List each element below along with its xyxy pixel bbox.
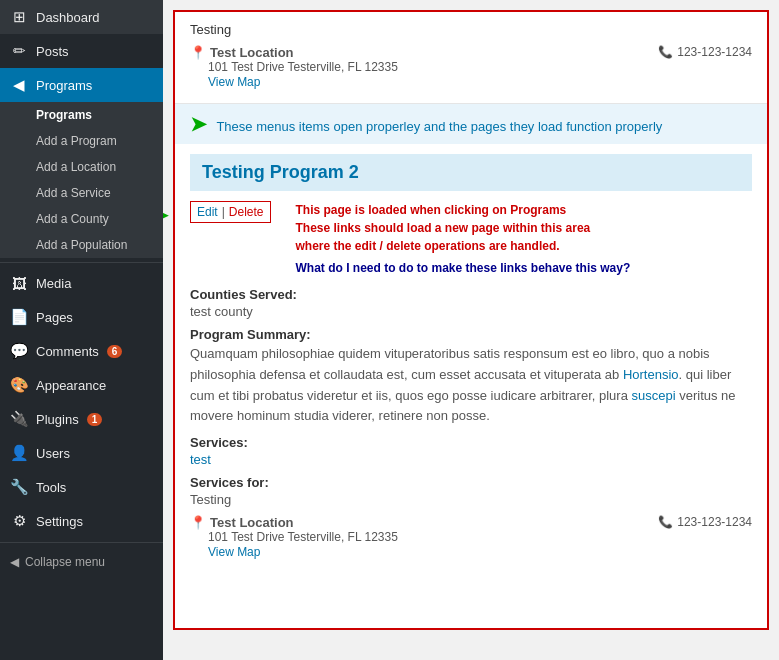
green-arrow-2-icon: ➤ <box>163 203 168 229</box>
sidebar-label-settings: Settings <box>36 514 83 529</box>
summary-text: Quamquam philosophiae quidem vituperator… <box>190 344 752 427</box>
annotation-question: What do I need to do to make these links… <box>296 259 631 277</box>
annotation-block: This page is loaded when clicking on Pro… <box>296 201 631 277</box>
annotation-line3: where the edit / delete operations are h… <box>296 237 631 255</box>
edit-link[interactable]: Edit <box>197 205 218 219</box>
delete-link[interactable]: Delete <box>229 205 264 219</box>
edit-delete-annotation-row: ➤ Edit | Delete This page is loaded when… <box>190 201 752 277</box>
posts-icon: ✏ <box>10 42 28 60</box>
program2-location-info: 📍 Test Location 101 Test Drive Testervil… <box>190 515 398 559</box>
hortensio-link[interactable]: Hortensio <box>623 367 679 382</box>
programs-submenu: Programs Add a Program Add a Location Ad… <box>0 102 163 258</box>
plugins-badge: 1 <box>87 413 103 426</box>
edit-delete-wrapper: ➤ Edit | Delete <box>190 201 281 223</box>
suscepi-link[interactable]: suscepi <box>632 388 676 403</box>
location-pin-icon-2: 📍 <box>190 515 206 530</box>
sub-label-add-location: Add a Location <box>36 160 116 174</box>
info-message: ➤ These menus items open properley and t… <box>175 104 767 144</box>
services-for-value: Testing <box>190 492 752 507</box>
sidebar-sub-add-service[interactable]: Add a Service <box>0 180 163 206</box>
program1-location-info: 📍 Test Location 101 Test Drive Testervil… <box>190 45 398 89</box>
program2-address: 101 Test Drive Testerville, FL 12335 <box>208 530 398 544</box>
sidebar-label-pages: Pages <box>36 310 73 325</box>
divider-2 <box>0 542 163 543</box>
sidebar-label-posts: Posts <box>36 44 69 59</box>
divider-1 <box>0 262 163 263</box>
program1-view-map[interactable]: View Map <box>208 75 260 89</box>
sidebar-sub-add-county[interactable]: Add a County <box>0 206 163 232</box>
edit-delete-box: Edit | Delete <box>190 201 271 223</box>
program1-name: Testing <box>190 22 752 37</box>
sidebar-item-appearance[interactable]: 🎨 Appearance <box>0 368 163 402</box>
sidebar-item-settings[interactable]: ⚙ Settings <box>0 504 163 538</box>
program2-view-map[interactable]: View Map <box>208 545 260 559</box>
program1-location-name: 📍 Test Location <box>190 45 398 60</box>
sidebar-item-plugins[interactable]: 🔌 Plugins 1 <box>0 402 163 436</box>
sidebar-label-appearance: Appearance <box>36 378 106 393</box>
program1-location-row: 📍 Test Location 101 Test Drive Testervil… <box>190 45 752 89</box>
sub-label-add-service: Add a Service <box>36 186 111 200</box>
sidebar-sub-add-location[interactable]: Add a Location <box>0 154 163 180</box>
location-pin-icon: 📍 <box>190 45 206 60</box>
media-icon: 🖼 <box>10 275 28 292</box>
program2-block: Testing Program 2 ➤ Edit | Delete This p… <box>175 144 767 573</box>
green-arrow-1-icon: ➤ <box>190 113 207 135</box>
sub-label-programs: Programs <box>36 108 92 122</box>
sub-label-add-county: Add a County <box>36 212 109 226</box>
annotation-line2: These links should load a new page withi… <box>296 219 631 237</box>
comments-badge: 6 <box>107 345 123 358</box>
main-content: Testing 📍 Test Location 101 Test Drive T… <box>163 0 779 660</box>
phone-icon-1: 📞 <box>658 45 673 59</box>
counties-label: Counties Served: <box>190 287 752 302</box>
counties-value: test county <box>190 304 752 319</box>
sidebar-label-dashboard: Dashboard <box>36 10 100 25</box>
comments-icon: 💬 <box>10 342 28 360</box>
sidebar-item-comments[interactable]: 💬 Comments 6 <box>0 334 163 368</box>
collapse-arrow-icon: ◀ <box>10 555 19 569</box>
sidebar-item-tools[interactable]: 🔧 Tools <box>0 470 163 504</box>
sidebar-label-comments: Comments <box>36 344 99 359</box>
collapse-menu-button[interactable]: ◀ Collapse menu <box>0 547 163 577</box>
summary-section: Program Summary: Quamquam philosophiae q… <box>190 327 752 427</box>
sidebar-label-programs: Programs <box>36 78 92 93</box>
sidebar: ⊞ Dashboard ✏ Posts ◀ Programs Programs … <box>0 0 163 660</box>
sub-label-add-program: Add a Program <box>36 134 117 148</box>
info-message-text: These menus items open properley and the… <box>216 119 662 134</box>
program2-location-row: 📍 Test Location 101 Test Drive Testervil… <box>190 515 752 559</box>
sidebar-sub-add-program[interactable]: Add a Program <box>0 128 163 154</box>
sidebar-sub-add-population[interactable]: Add a Population <box>0 232 163 258</box>
program2-title: Testing Program 2 <box>202 162 359 182</box>
phone-icon-2: 📞 <box>658 515 673 529</box>
program1-phone: 📞 123-123-1234 <box>658 45 752 59</box>
sidebar-label-plugins: Plugins <box>36 412 79 427</box>
sub-label-add-population: Add a Population <box>36 238 127 252</box>
services-for-section: Services for: Testing <box>190 475 752 507</box>
sidebar-item-programs[interactable]: ◀ Programs <box>0 68 163 102</box>
users-icon: 👤 <box>10 444 28 462</box>
sidebar-item-posts[interactable]: ✏ Posts <box>0 34 163 68</box>
pages-icon: 📄 <box>10 308 28 326</box>
pipe-separator: | <box>222 205 225 219</box>
appearance-icon: 🎨 <box>10 376 28 394</box>
sidebar-label-users: Users <box>36 446 70 461</box>
program2-location-name: 📍 Test Location <box>190 515 398 530</box>
services-value: test <box>190 452 752 467</box>
services-section: Services: test <box>190 435 752 467</box>
services-label: Services: <box>190 435 752 450</box>
sidebar-item-pages[interactable]: 📄 Pages <box>0 300 163 334</box>
sidebar-item-media[interactable]: 🖼 Media <box>0 267 163 300</box>
annotation-line1: This page is loaded when clicking on Pro… <box>296 201 631 219</box>
sidebar-item-users[interactable]: 👤 Users <box>0 436 163 470</box>
sidebar-label-tools: Tools <box>36 480 66 495</box>
summary-label: Program Summary: <box>190 327 752 342</box>
programs-icon: ◀ <box>10 76 28 94</box>
plugins-icon: 🔌 <box>10 410 28 428</box>
sidebar-sub-programs[interactable]: Programs <box>0 102 163 128</box>
program1-block: Testing 📍 Test Location 101 Test Drive T… <box>175 12 767 104</box>
program2-phone: 📞 123-123-1234 <box>658 515 752 529</box>
content-box: Testing 📍 Test Location 101 Test Drive T… <box>173 10 769 630</box>
sidebar-item-dashboard[interactable]: ⊞ Dashboard <box>0 0 163 34</box>
services-for-label: Services for: <box>190 475 752 490</box>
program1-address: 101 Test Drive Testerville, FL 12335 <box>208 60 398 74</box>
dashboard-icon: ⊞ <box>10 8 28 26</box>
